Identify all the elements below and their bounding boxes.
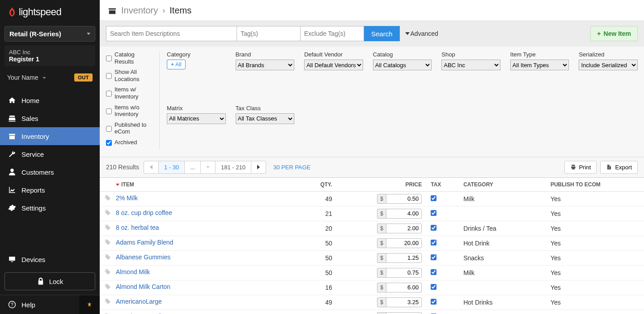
series-selector[interactable]: Retail (R-Series) bbox=[4, 26, 95, 42]
item-link[interactable]: AmericanoLarge bbox=[116, 298, 162, 305]
cell-publish: Yes bbox=[546, 236, 644, 250]
nav-inventory[interactable]: Inventory bbox=[0, 127, 100, 145]
col-qty[interactable]: QTY. bbox=[296, 178, 350, 192]
results-count: 210 Results bbox=[106, 163, 139, 171]
tax-checkbox[interactable] bbox=[431, 240, 436, 245]
shop-select[interactable]: ABC Inc bbox=[441, 60, 500, 70]
chk-items-w-inventory[interactable] bbox=[106, 87, 112, 100]
price-input[interactable] bbox=[386, 268, 421, 277]
item-link[interactable]: Albanese Gummies bbox=[116, 254, 170, 261]
price-input[interactable] bbox=[386, 254, 421, 262]
home-icon bbox=[8, 96, 16, 104]
cell-category: Snacks bbox=[459, 250, 546, 265]
cell-publish: Yes bbox=[546, 265, 644, 280]
tax-checkbox[interactable] bbox=[431, 195, 436, 201]
tax-checkbox[interactable] bbox=[431, 269, 436, 275]
col-item[interactable]: ITEM bbox=[100, 178, 296, 192]
filter-label: Category bbox=[167, 51, 226, 58]
item-link[interactable]: 2% Milk bbox=[116, 194, 138, 202]
tax-checkbox[interactable] bbox=[431, 254, 436, 260]
item-link[interactable]: 8 oz. cup drip coffee bbox=[116, 209, 172, 216]
items-table-wrap: ITEM QTY. PRICE TAX CATEGORY PUBLISH TO … bbox=[100, 178, 644, 314]
item-link[interactable]: 8 oz. herbal tea bbox=[116, 224, 159, 231]
per-page-link[interactable]: 30 PER PAGE bbox=[273, 164, 311, 171]
chk-items-wo-inventory[interactable] bbox=[106, 105, 112, 118]
tax-checkbox[interactable] bbox=[431, 284, 436, 290]
pager-last[interactable]: 181 - 210 bbox=[216, 161, 251, 173]
price-input[interactable] bbox=[386, 239, 421, 248]
serialized-select[interactable]: Include Serialized bbox=[579, 60, 638, 70]
item-link[interactable]: Almond Milk bbox=[116, 268, 150, 275]
lock-button[interactable]: Lock bbox=[4, 272, 95, 290]
nav-reports[interactable]: Reports bbox=[0, 181, 100, 199]
brand-logo: lightspeed bbox=[0, 0, 100, 22]
export-button[interactable]: Export bbox=[600, 161, 638, 174]
pager-prev[interactable] bbox=[144, 161, 159, 173]
price-input[interactable] bbox=[386, 313, 421, 314]
tax-class-select[interactable]: All Tax Classes bbox=[236, 113, 295, 124]
item-link[interactable]: Adams Family Blend bbox=[116, 239, 173, 246]
vendor-select[interactable]: All Default Vendors bbox=[304, 60, 363, 70]
tax-checkbox[interactable] bbox=[431, 299, 436, 305]
exclude-tags-input[interactable] bbox=[301, 26, 364, 41]
filter-matrix: Matrix All Matrices bbox=[167, 105, 226, 150]
brand-select[interactable]: All Brands bbox=[236, 60, 295, 70]
clock-out-badge[interactable]: OUT bbox=[74, 73, 93, 82]
chk-published-ecom[interactable] bbox=[106, 122, 112, 135]
nav-label: Service bbox=[21, 151, 44, 158]
pager-next[interactable] bbox=[251, 161, 266, 173]
new-item-label: New Item bbox=[604, 30, 631, 37]
nav-devices[interactable]: Devices bbox=[0, 251, 100, 268]
new-item-button[interactable]: + New Item bbox=[590, 26, 638, 41]
lock-icon bbox=[37, 277, 45, 285]
nav-service[interactable]: Service bbox=[0, 145, 100, 163]
table-row: 8 oz. cup drip coffee21$Yes bbox=[100, 206, 644, 221]
user-name[interactable]: Your Name bbox=[7, 74, 38, 81]
nav-home[interactable]: Home bbox=[0, 91, 100, 109]
items-table: ITEM QTY. PRICE TAX CATEGORY PUBLISH TO … bbox=[100, 178, 644, 314]
tax-checkbox[interactable] bbox=[431, 225, 436, 231]
pager-dropdown[interactable] bbox=[201, 161, 216, 173]
question-icon: ? bbox=[8, 301, 16, 309]
col-category[interactable]: CATEGORY bbox=[459, 178, 546, 192]
nav-sales[interactable]: Sales bbox=[0, 109, 100, 127]
price-input[interactable] bbox=[386, 298, 421, 307]
table-row: AmericanoLarge49$Hot DrinksYes bbox=[100, 295, 644, 310]
search-button[interactable]: Search bbox=[364, 26, 400, 41]
price-input[interactable] bbox=[386, 283, 421, 292]
breadcrumb-parent[interactable]: Inventory bbox=[121, 5, 158, 16]
catalog-select[interactable]: All Catalogs bbox=[373, 60, 432, 70]
export-icon bbox=[606, 164, 612, 170]
filters-dropdowns: Category + All Brand All Brands Default … bbox=[160, 51, 638, 150]
help-button[interactable]: ? Help bbox=[0, 295, 79, 314]
chk-catalog-results[interactable] bbox=[106, 52, 112, 65]
col-price[interactable]: PRICE bbox=[350, 178, 426, 192]
pager-current[interactable]: 1 - 30 bbox=[159, 161, 185, 173]
pager-ellipsis[interactable]: ... bbox=[185, 161, 201, 173]
search-input[interactable] bbox=[106, 26, 237, 41]
chk-show-all-locations[interactable] bbox=[106, 69, 112, 82]
print-button[interactable]: Print bbox=[564, 161, 597, 174]
org-register-block[interactable]: ABC Inc Register 1 bbox=[4, 45, 95, 66]
nav-settings[interactable]: Settings bbox=[0, 199, 100, 217]
gear-icon bbox=[8, 204, 16, 212]
col-tax[interactable]: TAX bbox=[426, 178, 459, 192]
nav-customers[interactable]: Customers bbox=[0, 163, 100, 181]
col-publish[interactable]: PUBLISH TO ECOM bbox=[546, 178, 644, 192]
nav: Home Sales Inventory Service Customers R… bbox=[0, 91, 100, 251]
price-input[interactable] bbox=[386, 209, 421, 218]
pin-button[interactable] bbox=[79, 295, 100, 314]
chevron-down-icon bbox=[405, 32, 410, 35]
price-input[interactable] bbox=[386, 194, 421, 203]
item-link[interactable]: Almond Milk Carton bbox=[116, 283, 170, 290]
table-row: 8 oz. herbal tea20$Drinks / TeaYes bbox=[100, 221, 644, 236]
category-all-button[interactable]: + All bbox=[167, 60, 186, 69]
cell-publish: Yes bbox=[546, 191, 644, 206]
chk-archived[interactable] bbox=[106, 140, 112, 146]
advanced-toggle[interactable]: Advanced bbox=[405, 30, 438, 37]
item-type-select[interactable]: All Item Types bbox=[510, 60, 569, 70]
matrix-select[interactable]: All Matrices bbox=[167, 113, 226, 124]
tax-checkbox[interactable] bbox=[431, 210, 436, 216]
tags-input[interactable] bbox=[237, 26, 301, 41]
price-input[interactable] bbox=[386, 224, 421, 233]
